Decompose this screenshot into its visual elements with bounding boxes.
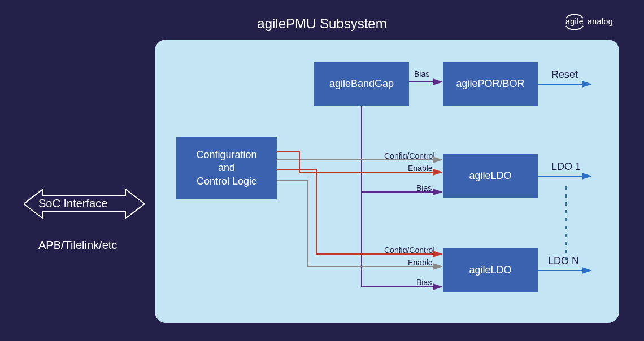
- logo-arc-icon: agile analog: [565, 12, 627, 32]
- block-config-control: Configuration and Control Logic: [176, 137, 277, 199]
- block-por-bor: agilePOR/BOR: [443, 62, 538, 106]
- output-label-reset: Reset: [551, 69, 578, 81]
- edge-label-bias-top: Bias: [414, 69, 429, 78]
- edge-label-enable-2: Enable: [408, 258, 433, 267]
- edge-label-config-2: Config/Control: [384, 246, 435, 255]
- logo-text-1: agile: [565, 17, 584, 26]
- page-title: agilePMU Subsystem: [0, 16, 644, 32]
- brand-logo: agile analog: [565, 12, 627, 32]
- block-ldo-n: agileLDO: [443, 248, 538, 292]
- output-label-ldoN: LDO N: [548, 255, 579, 267]
- block-ldo-1: agileLDO: [443, 154, 538, 198]
- soc-bus-label: APB/Tilelink/etc: [38, 239, 117, 252]
- edge-label-config-1: Config/Control: [384, 151, 435, 160]
- edge-label-enable-1: Enable: [408, 164, 433, 173]
- edge-label-bias-2: Bias: [416, 278, 432, 287]
- logo-text-2: analog: [588, 17, 613, 26]
- edge-label-bias-1: Bias: [416, 183, 432, 193]
- output-label-ldo1: LDO 1: [551, 161, 581, 173]
- block-bandgap: agileBandGap: [314, 62, 409, 106]
- soc-interface-label: SoC Interface: [38, 197, 107, 210]
